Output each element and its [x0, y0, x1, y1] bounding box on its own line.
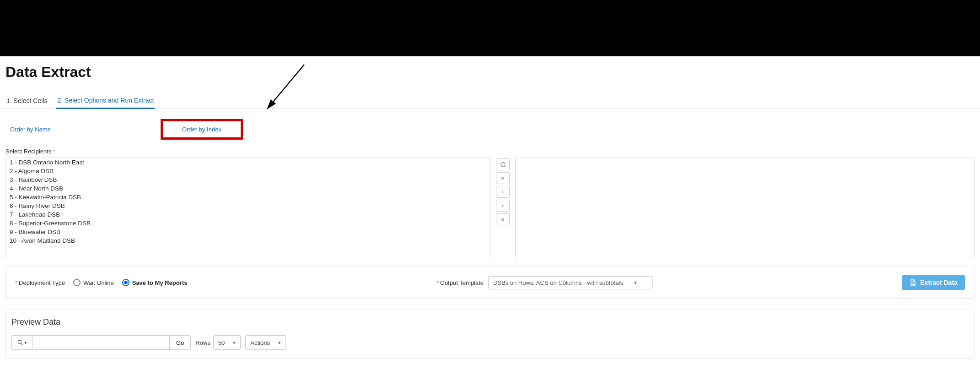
- rows-label: Rows: [195, 339, 210, 346]
- required-asterisk: *: [53, 148, 55, 155]
- shuttle-move-right-button[interactable]: ›: [496, 186, 510, 198]
- tab-select-options[interactable]: 2. Select Options and Run Extract: [56, 94, 155, 109]
- radio-circle-icon: [122, 279, 129, 286]
- required-asterisk: *: [436, 279, 439, 286]
- actions-menu-button[interactable]: Actions ▾: [245, 335, 286, 350]
- list-item[interactable]: 7 - Lakehead DSB: [6, 210, 490, 219]
- shuttle-move-all-right-button[interactable]: »: [496, 172, 510, 184]
- radio-save-reports-label: Save to My Reports: [132, 279, 188, 286]
- order-row: Order by Name Order by Index: [10, 119, 975, 140]
- search-input[interactable]: [32, 335, 170, 350]
- output-template-label: *Output Template: [436, 279, 484, 286]
- list-item[interactable]: 2 - Algoma DSB: [6, 167, 490, 175]
- search-icon: [17, 339, 23, 346]
- preview-data-region: Preview Data ▾ Go Rows 50 ▾ Actions: [5, 310, 975, 359]
- recipients-shuttle: 1 - DSB Ontario North East2 - Algoma DSB…: [5, 158, 975, 258]
- rows-select[interactable]: 50 ▾: [213, 335, 241, 350]
- shuttle-move-all-left-button[interactable]: «: [496, 213, 510, 225]
- shuttle-buttons: » › ‹ «: [496, 158, 510, 258]
- recipients-listbox-left[interactable]: 1 - DSB Ontario North East2 - Algoma DSB…: [5, 158, 490, 258]
- radio-circle-icon: [73, 279, 81, 286]
- list-item[interactable]: 1 - DSB Ontario North East: [6, 158, 490, 167]
- list-item[interactable]: 9 - Bluewater DSB: [6, 228, 490, 236]
- radio-wait-online-label: Wait Online: [83, 279, 114, 286]
- radio-wait-online[interactable]: Wait Online: [73, 279, 114, 286]
- output-template-text: Output Template: [440, 279, 484, 286]
- list-item[interactable]: 6 - Rainy River DSB: [6, 201, 490, 210]
- chevron-down-icon: ▾: [233, 340, 236, 346]
- svg-text:XLS: XLS: [912, 283, 915, 285]
- chevron-down-icon: ▾: [278, 340, 281, 346]
- list-item[interactable]: 8 - Superior-Greenstone DSB: [6, 219, 490, 228]
- search-column-button[interactable]: ▾: [11, 335, 32, 350]
- options-bar: *Deployment Type Wait Online Save to My …: [5, 267, 975, 299]
- tab-select-cells[interactable]: 1. Select Cells: [5, 94, 48, 108]
- select-recipients-label: Select Recipients*: [5, 148, 975, 155]
- output-template-select[interactable]: DSBs on Rows, ACS on Columns - with subt…: [488, 276, 653, 289]
- extract-data-label: Extract Data: [920, 279, 958, 286]
- page-title: Data Extract: [5, 64, 975, 81]
- deployment-type-text: Deployment Type: [19, 279, 65, 286]
- tab-strip: 1. Select Cells 2. Select Options and Ru…: [0, 89, 980, 109]
- list-item[interactable]: 5 - Keewatin-Patricia DSB: [6, 193, 490, 201]
- recipients-listbox-right[interactable]: [515, 158, 975, 258]
- list-item[interactable]: 3 - Rainbow DSB: [6, 175, 490, 184]
- list-item[interactable]: 4 - Near North DSB: [6, 184, 490, 193]
- radio-save-to-my-reports[interactable]: Save to My Reports: [122, 279, 188, 286]
- actions-label: Actions: [250, 339, 270, 346]
- select-recipients-text: Select Recipients: [5, 148, 51, 155]
- output-template-value: DSBs on Rows, ACS on Columns - with subt…: [493, 279, 623, 286]
- extract-data-button[interactable]: XLS Extract Data: [902, 275, 965, 290]
- order-by-index-link[interactable]: Order by Index: [182, 126, 221, 133]
- svg-point-2: [18, 340, 21, 343]
- chevron-down-icon: ▾: [634, 280, 637, 286]
- go-button[interactable]: Go: [170, 335, 191, 350]
- top-black-bar: [0, 0, 980, 56]
- list-item[interactable]: 10 - Avon Maitland DSB: [6, 236, 490, 245]
- xls-file-icon: XLS: [909, 279, 916, 286]
- deployment-type-label: *Deployment Type: [15, 279, 65, 286]
- svg-line-3: [21, 343, 23, 345]
- chevron-down-icon: ▾: [24, 340, 27, 346]
- required-asterisk: *: [15, 279, 17, 286]
- reset-icon: [500, 162, 506, 168]
- shuttle-reset-button[interactable]: [496, 158, 510, 170]
- preview-data-title: Preview Data: [11, 317, 969, 327]
- search-group: ▾ Go: [11, 335, 191, 350]
- order-by-name-link[interactable]: Order by Name: [10, 126, 51, 133]
- order-by-index-highlight: Order by Index: [161, 119, 243, 140]
- rows-value: 50: [218, 339, 225, 346]
- shuttle-move-left-button[interactable]: ‹: [496, 200, 510, 212]
